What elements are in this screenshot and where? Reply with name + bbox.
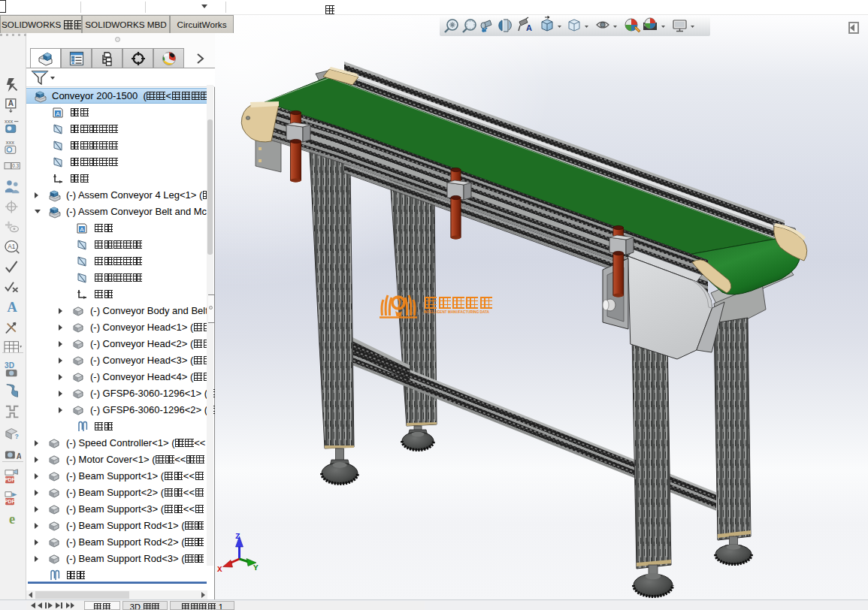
svg-text:PDF: PDF [5,499,15,504]
svg-text:xxx: xxx [6,139,14,146]
svg-text:A: A [526,23,532,32]
svg-text:xxx: xxx [5,118,13,125]
svg-text:A: A [56,110,60,117]
svg-text:A1: A1 [8,243,16,250]
svg-text:A: A [80,226,84,233]
svg-text:A: A [8,300,18,315]
svg-text:?: ? [15,433,19,440]
svg-text:0.3: 0.3 [12,163,19,168]
svg-text:3D: 3D [5,361,14,370]
svg-text:e: e [9,512,15,527]
svg-text:A: A [8,99,14,107]
svg-text:PDF: PDF [5,477,15,482]
svg-text:A: A [17,452,21,461]
